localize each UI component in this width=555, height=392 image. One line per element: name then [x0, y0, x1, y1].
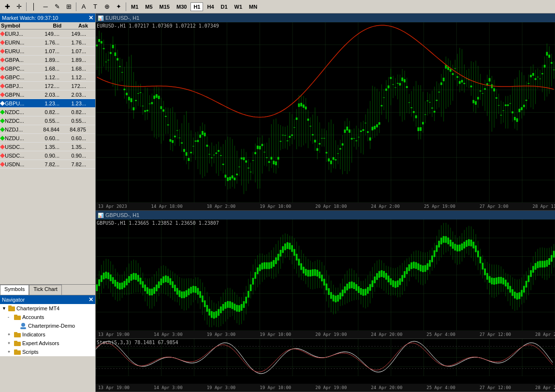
gbpusd-time-axis: 13 Apr 19:0014 Apr 3:0019 Apr 3:0019 Apr… — [96, 331, 555, 338]
nav-item-indicators[interactable]: +Indicators — [0, 330, 95, 339]
eurusd-chart-body[interactable]: EURUSD-,H1 1.07217 1.07369 1.07212 1.073… — [96, 22, 555, 203]
symbol-row[interactable]: GBPN...2.03...2.03... — [0, 90, 95, 99]
symbol-diamond — [0, 84, 5, 88]
col-ask: Ask — [62, 23, 89, 29]
symbol-ask: 7.82... — [60, 161, 87, 167]
symbol-ask: 84.875 — [60, 127, 87, 132]
time-label: 24 Apr 20:00 — [371, 385, 402, 390]
tf-m30[interactable]: M30 — [174, 2, 190, 11]
symbol-row[interactable]: EURJ...149....149.... — [0, 29, 95, 38]
gbpusd-canvas — [96, 219, 555, 331]
symbol-diamond — [0, 75, 5, 80]
shape-button[interactable]: ✦ — [113, 1, 124, 12]
time-label: 20 Apr 19:00 — [315, 385, 347, 390]
nav-item-charterprime-demo[interactable]: Charterprime-Demo — [0, 321, 95, 330]
symbol-diamond — [0, 31, 5, 36]
svg-rect-19 — [14, 315, 17, 317]
symbol-name: EURN... — [5, 40, 34, 45]
symbol-row[interactable]: GBPU...1.23...1.23... — [0, 99, 95, 108]
symbol-name: GBPJ... — [5, 83, 34, 89]
grid-button[interactable]: ⊞ — [63, 1, 74, 12]
symbol-row[interactable]: NZDC...0.82...0.82... — [0, 108, 95, 116]
folder-icon — [14, 348, 21, 356]
vertical-line-button[interactable]: │ — [29, 1, 39, 12]
symbol-row[interactable]: NZDU...0.60...0.60... — [0, 134, 95, 143]
time-label: 24 Apr 2:00 — [371, 204, 400, 209]
symbol-ask: 172.... — [60, 83, 87, 89]
tf-h1[interactable]: H1 — [190, 2, 203, 11]
symbol-row[interactable]: USDC...0.90...0.90... — [0, 151, 95, 160]
nav-expand-root[interactable]: ▼ — [2, 306, 8, 311]
time-label: 18 Apr 2:00 — [207, 204, 236, 209]
svg-marker-14 — [0, 153, 5, 158]
svg-marker-4 — [0, 66, 5, 71]
market-watch-close[interactable]: ✕ — [88, 15, 93, 21]
symbol-row[interactable]: EURN...1.76...1.76... — [0, 38, 95, 47]
time-label: 19 Apr 10:00 — [260, 385, 291, 390]
time-label: 25 Apr 4:00 — [426, 385, 455, 390]
nav-expand[interactable]: + — [8, 349, 14, 354]
symbol-bid: 1.12... — [34, 74, 60, 80]
col-symbol: Symbol — [0, 23, 36, 29]
svg-marker-13 — [0, 145, 5, 149]
text-button[interactable]: A — [78, 1, 89, 12]
symbol-diamond — [0, 92, 5, 97]
nav-item-scripts[interactable]: +Scripts — [0, 348, 95, 356]
folder-icon — [14, 339, 21, 347]
nav-expand[interactable]: + — [8, 332, 14, 337]
eurusd-title-bar: 📊 EURUSD-, H1 — [96, 14, 555, 22]
symbol-diamond — [0, 127, 5, 132]
symbol-row[interactable]: NZDC...0.55...0.55... — [0, 116, 95, 125]
tab-symbols[interactable]: Symbols — [0, 285, 29, 295]
symbol-row[interactable]: USDN...7.82...7.82... — [0, 160, 95, 169]
time-label: 14 Apr 18:00 — [151, 204, 183, 209]
nav-item-expert-advisors[interactable]: +Expert Advisors — [0, 339, 95, 348]
symbol-row[interactable]: GBPC...1.68...1.68... — [0, 64, 95, 73]
tf-m15[interactable]: M15 — [157, 2, 173, 11]
symbol-bid: 0.55... — [34, 118, 60, 124]
symbol-row[interactable]: GBPA...1.89...1.89... — [0, 56, 95, 64]
nav-item-accounts[interactable]: -Accounts — [0, 313, 95, 321]
symbol-row[interactable]: NZDJ...84.84484.875 — [0, 125, 95, 134]
time-label: 25 Apr 19:00 — [424, 204, 455, 209]
eurusd-time-axis: 13 Apr 202314 Apr 18:0018 Apr 2:0019 Apr… — [96, 203, 555, 210]
symbol-row[interactable]: EURU...1.07...1.07... — [0, 47, 95, 56]
tf-h4[interactable]: H4 — [204, 2, 217, 11]
symbol-row[interactable]: GBPJ...172....172.... — [0, 82, 95, 90]
time-label: 20 Apr 18:00 — [315, 204, 347, 209]
tf-d1[interactable]: D1 — [218, 2, 231, 11]
folder-icon — [14, 313, 21, 321]
nav-root[interactable]: ▼ Charterprime MT4 — [0, 304, 95, 313]
new-chart-button[interactable]: ✚ — [2, 1, 13, 12]
tf-m5[interactable]: M5 — [142, 2, 155, 11]
symbol-row[interactable]: GBPC...1.12...1.12... — [0, 73, 95, 82]
svg-marker-2 — [0, 49, 5, 54]
symbol-diamond — [0, 110, 5, 115]
gbpusd-chart-body[interactable]: GBPUSD-,H1 1.23665 1.23852 1.23650 1.238… — [96, 219, 555, 331]
symbol-name: GBPC... — [5, 74, 34, 80]
crosshair2-button[interactable]: ⊕ — [102, 1, 112, 12]
trendline-button[interactable]: ✎ — [52, 1, 62, 12]
tf-w1[interactable]: W1 — [232, 2, 246, 11]
separator-1 — [26, 2, 27, 11]
nav-root-label: Charterprime MT4 — [16, 305, 59, 311]
tf-mn[interactable]: MN — [246, 2, 260, 11]
symbol-ask: 1.76... — [60, 40, 87, 45]
horizontal-line-button[interactable]: ─ — [40, 1, 51, 12]
text-label-button[interactable]: T — [90, 1, 101, 12]
symbol-list: EURJ...149....149....EURN...1.76...1.76.… — [0, 29, 95, 284]
symbol-row[interactable]: USDC...1.35...1.35... — [0, 143, 95, 151]
nav-expand[interactable]: + — [8, 341, 14, 346]
eurusd-canvas — [96, 22, 555, 203]
nav-expand[interactable]: - — [8, 315, 14, 319]
column-headers: Symbol Bid Ask — [0, 22, 95, 29]
navigator-close[interactable]: ✕ — [88, 296, 93, 303]
svg-marker-1 — [0, 40, 5, 45]
symbol-name: NZDJ... — [5, 127, 34, 132]
chart-area: 📊 EURUSD-, H1 EURUSD-,H1 1.07217 1.07369… — [96, 14, 555, 392]
crosshair-button[interactable]: ✛ — [14, 1, 24, 12]
tab-tick-chart[interactable]: Tick Chart — [29, 285, 62, 295]
symbol-bid: 172.... — [34, 83, 60, 89]
tf-m1[interactable]: M1 — [128, 2, 141, 11]
symbol-diamond — [0, 118, 5, 123]
